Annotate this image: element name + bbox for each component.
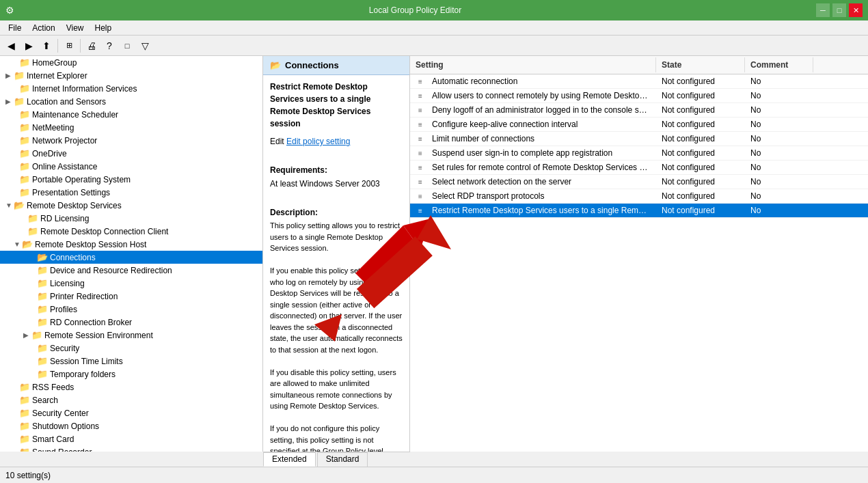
folder-icon: 📁: [37, 356, 48, 366]
close-button[interactable]: ✕: [849, 3, 863, 17]
tree-item-online[interactable]: 📁 Online Assistance: [0, 160, 262, 173]
tree-item-session-time[interactable]: 📁 Session Time Limits: [0, 355, 262, 368]
tree-item-remote-session[interactable]: ▶ 📁 Remote Session Environment: [0, 329, 262, 342]
tree-item-smartcard[interactable]: 📁 Smart Card: [0, 432, 262, 445]
tree-item-licensing[interactable]: 📁 Licensing: [0, 277, 262, 290]
menu-file[interactable]: File: [3, 22, 27, 34]
tree-item-label: Presentation Settings: [32, 188, 110, 197]
edit-policy-link[interactable]: Edit policy setting: [286, 137, 350, 146]
tree-item-sound[interactable]: 📁 Sound Recorder: [0, 445, 262, 452]
settings-row[interactable]: ≡Automatic reconnectionNot configuredNo: [410, 74, 868, 89]
tree-item-printer[interactable]: 📁 Printer Redirection: [0, 290, 262, 303]
tree-item-netprojector[interactable]: 📁 Network Projector: [0, 134, 262, 147]
tree-item-rdlicensing[interactable]: 📁 RD Licensing: [0, 212, 262, 225]
expand-arrow: ▼: [14, 240, 22, 248]
tree-item-location[interactable]: ▶ 📁 Location and Sensors: [0, 95, 262, 108]
tree-item-label: Security: [50, 344, 79, 353]
restore-button[interactable]: □: [832, 3, 846, 17]
setting-comment: No: [745, 204, 813, 217]
tree-item-profiles[interactable]: 📁 Profiles: [0, 303, 262, 316]
setting-policy-icon: ≡: [418, 193, 429, 200]
tree-item-label: Maintenance Scheduler: [32, 110, 118, 120]
tree-item-label: Portable Operating System: [32, 175, 131, 184]
menu-action[interactable]: Action: [27, 22, 60, 34]
title-bar: ⚙ Local Group Policy Editor ─ □ ✕: [0, 0, 868, 20]
tree-item-rdsh[interactable]: ▼ 📂 Remote Desktop Session Host: [0, 238, 262, 251]
settings-row[interactable]: ≡Deny logoff of an administrator logged …: [410, 103, 868, 118]
tree-item-label: Remote Desktop Services: [27, 201, 122, 210]
tree-item-onedrive[interactable]: 📁 OneDrive: [0, 147, 262, 160]
print-button[interactable]: 🖨: [83, 38, 100, 54]
back-button[interactable]: ◀: [3, 38, 19, 54]
tree-item-rdcc[interactable]: 📁 Remote Desktop Connection Client: [0, 225, 262, 238]
show-hide-tree-button[interactable]: ⊞: [61, 38, 77, 54]
requirements-label: Requirements:: [270, 164, 403, 176]
tree-item-label: Connections: [50, 253, 96, 262]
tree-panel[interactable]: 📁 HomeGroup ▶ 📁 Internet Explorer 📁 Inte…: [0, 56, 263, 452]
window-controls: ─ □ ✕: [816, 3, 863, 17]
folder-icon: 📁: [19, 109, 30, 120]
filter-button[interactable]: ▽: [137, 38, 153, 54]
tree-item-ie[interactable]: ▶ 📁 Internet Explorer: [0, 69, 262, 82]
settings-row[interactable]: ≡Allow users to connect remotely by usin…: [410, 89, 868, 103]
settings-row[interactable]: ≡Select network detection on the serverN…: [410, 175, 868, 189]
tree-item-rss[interactable]: 📁 RSS Feeds: [0, 381, 262, 394]
menu-help[interactable]: Help: [90, 22, 118, 34]
tree-item-search[interactable]: 📁 Search: [0, 394, 262, 406]
expand-arrow: ▼: [5, 202, 14, 209]
tree-item-iis[interactable]: 📁 Internet Information Services: [0, 82, 262, 95]
tree-item-label: HomeGroup: [32, 58, 77, 68]
desc-content: Restrict Remote Desktop Services users t…: [263, 75, 409, 452]
tree-item-netmeeting[interactable]: 📁 NetMeeting: [0, 121, 262, 134]
setting-comment: No: [745, 132, 813, 146]
folder-icon: 📁: [27, 213, 38, 223]
tree-item-label: Shutdown Options: [32, 422, 99, 431]
folder-icon: 📁: [37, 369, 48, 379]
setting-name: Limit number of connections: [432, 134, 534, 143]
minimize-button[interactable]: ─: [816, 3, 830, 17]
setting-policy-icon: ≡: [418, 92, 429, 100]
requirements-text: At least Windows Server 2003: [270, 178, 403, 190]
tree-item-device-resource[interactable]: 📁 Device and Resource Redirection: [0, 264, 262, 277]
setting-name: Select RDP transport protocols: [432, 191, 545, 201]
setting-state: Not configured: [656, 175, 745, 189]
tree-item-label: Device and Resource Redirection: [50, 266, 172, 275]
settings-row[interactable]: ≡Restrict Remote Desktop Services users …: [410, 204, 868, 218]
tree-item-security[interactable]: 📁 Security: [0, 342, 262, 355]
help-button[interactable]: ?: [101, 38, 118, 54]
tree-item-temp-folders[interactable]: 📁 Temporary folders: [0, 368, 262, 381]
tree-item-maintenance[interactable]: 📁 Maintenance Scheduler: [0, 108, 262, 121]
settings-row[interactable]: ≡Suspend user sign-in to complete app re…: [410, 146, 868, 161]
folder-icon: 📂: [37, 252, 48, 262]
tab-standard[interactable]: Standard: [317, 452, 368, 467]
menu-bar: File Action View Help: [0, 20, 868, 36]
tree-item-security-center[interactable]: 📁 Security Center: [0, 406, 262, 419]
settings-row[interactable]: ≡Limit number of connectionsNot configur…: [410, 132, 868, 146]
tree-item-rds[interactable]: ▼ 📂 Remote Desktop Services: [0, 199, 262, 212]
setting-policy-icon: ≡: [418, 121, 429, 128]
tree-item-connections[interactable]: 📂 Connections: [0, 251, 262, 264]
up-button[interactable]: ⬆: [38, 38, 55, 54]
tree-item-homegroup[interactable]: 📁 HomeGroup: [0, 56, 262, 69]
settings-row[interactable]: ≡Set rules for remote control of Remote …: [410, 161, 868, 175]
tree-item-rdcb[interactable]: 📁 RD Connection Broker: [0, 316, 262, 329]
settings-row[interactable]: ≡Configure keep-alive connection interva…: [410, 118, 868, 132]
tab-extended[interactable]: Extended: [263, 452, 316, 467]
expand-arrow: ▶: [5, 72, 14, 79]
menu-view[interactable]: View: [61, 22, 90, 34]
settings-panel[interactable]: Setting State Comment ≡Automatic reconne…: [410, 56, 868, 452]
edit-link-container: Edit Edit policy setting: [270, 135, 403, 148]
setting-name: Automatic reconnection: [432, 77, 517, 86]
tree-item-portable[interactable]: 📁 Portable Operating System: [0, 173, 262, 186]
setting-state: Not configured: [656, 161, 745, 174]
folder-icon: 📁: [19, 447, 30, 452]
tree-item-presentation[interactable]: 📁 Presentation Settings: [0, 186, 262, 199]
col-setting: Setting: [410, 57, 656, 72]
forward-button[interactable]: ▶: [21, 38, 37, 54]
tree-item-label: Printer Redirection: [50, 292, 118, 301]
tree-item-shutdown[interactable]: 📁 Shutdown Options: [0, 419, 262, 432]
settings-row[interactable]: ≡Select RDP transport protocolsNot confi…: [410, 189, 868, 204]
setting-policy-icon: ≡: [418, 135, 429, 143]
properties-button[interactable]: □: [119, 38, 135, 54]
description-panel: 📂 Connections Restrict Remote Desktop Se…: [263, 56, 410, 452]
